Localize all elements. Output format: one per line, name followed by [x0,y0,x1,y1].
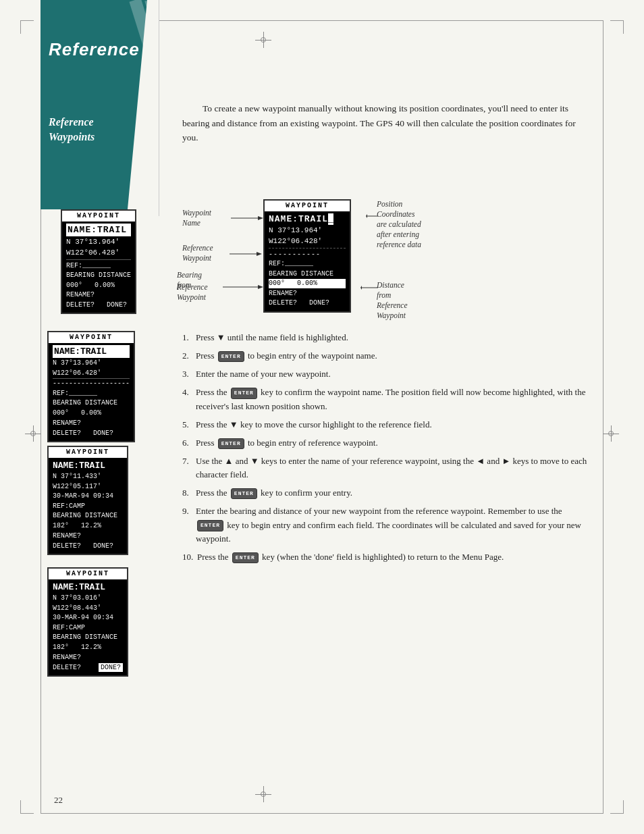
crosshair-top [255,32,271,48]
instruction-5: 5. Press the ▼ key to move the cursor hi… [182,418,590,432]
tick-bl-v [20,800,21,814]
annot-arrow-name [231,213,263,225]
sidebar-diagonal-lines [41,0,176,216]
left-screen-3: WAYPOINT NAME:TRAIL N 37°03.016' W122°08… [47,567,128,677]
instruction-2: 2. Press ENTER to begin entry of the way… [182,349,590,363]
tick-br-h [610,813,624,814]
tick-tr-h [610,20,624,21]
reference-subtitle: Reference Waypoints [49,115,95,145]
instruction-6: 6. Press ENTER to begin entry of referen… [182,436,590,450]
instruction-3: 3. Enter the name of your new waypoint. [182,367,590,381]
annot-position-coords: PositionCoordinatesare calculatedafter e… [377,199,421,250]
crosshair-bottom [255,786,271,802]
annot-arrow-ref [230,249,262,261]
sidebar-right-border [159,0,159,216]
instruction-10: 10. Press the ENTER key (when the 'done'… [182,550,590,564]
reference-title: Reference [49,39,140,60]
annot-distance: DistancefromReferenceWaypoint [377,280,408,321]
tick-bl-h [20,813,34,814]
instruction-9: 9. Enter the bearing and distance of you… [182,504,590,545]
svg-marker-14 [360,286,362,290]
svg-marker-8 [257,252,262,256]
instruction-8: 8. Press the ENTER key to confirm your e… [182,486,590,500]
crosshair-left [25,425,41,442]
border-right [603,20,603,814]
annot-waypoint-name: WaypointName [182,208,211,228]
svg-marker-12 [366,214,367,218]
annot-arrow-bearing [223,282,263,294]
annot-arrow-pos [366,211,379,223]
instruction-1: 1. Press ▼ until the name field is highl… [182,331,590,344]
page-number: 22 [54,795,63,806]
intro-paragraph: To create a new waypoint manually withou… [182,101,590,145]
left-screen-2: WAYPOINT NAME:TRAIL N 37°11.433' W122°05… [47,446,128,555]
tick-tl-h [20,20,34,21]
svg-line-3 [159,0,176,216]
tick-tr-v [623,20,624,34]
diagram-screen-main: WAYPOINT NAME:TRAIL_ N 37°13.964' W122°0… [263,199,351,313]
annot-bearing2: ReferenceWaypoint [177,282,208,303]
left-screen-1: WAYPOINT NAME:TRAIL N 37°13.964' W122°06… [47,331,135,442]
tick-br-v [623,800,624,814]
svg-marker-10 [258,285,263,289]
annot-ref-waypoint: ReferenceWaypoint [182,243,213,263]
svg-marker-6 [258,216,263,220]
border-bottom [41,813,603,814]
instruction-4: 4. Press the ENTER key to confirm the wa… [182,386,590,413]
instruction-7: 7. Use the ▲ and ▼ keys to enter the nam… [182,454,590,481]
diagram-screen-small: WAYPOINT NAME:TRAIL N 37°13.964' W122°06… [61,209,136,314]
tick-tl-v [20,20,21,34]
instructions-section: 1. Press ▼ until the name field is highl… [182,331,590,569]
annot-arrow-dist [360,282,379,294]
crosshair-right [603,425,619,442]
